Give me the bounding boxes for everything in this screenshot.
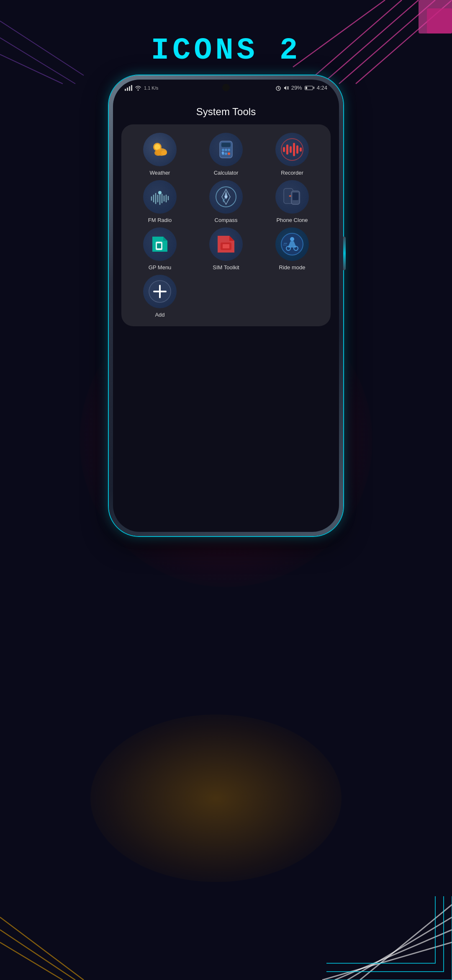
svg-point-25 — [154, 150, 162, 156]
page-title: ICONS 2 — [0, 34, 452, 68]
app-icon-weather — [143, 133, 177, 166]
app-icon-gpmenu — [143, 227, 177, 261]
svg-text:+: + — [221, 150, 224, 156]
app-icon-calculator: + — [209, 133, 243, 166]
svg-point-52 — [158, 191, 162, 194]
deco-corner-br — [326, 896, 452, 980]
app-label-ridemode: Ride mode — [279, 264, 306, 271]
svg-rect-6 — [427, 8, 452, 34]
svg-line-14 — [0, 917, 84, 980]
app-item-compass[interactable]: Compass — [194, 180, 258, 223]
app-label-recorder: Recorder — [281, 170, 303, 176]
svg-point-34 — [228, 152, 230, 155]
folder-title: System Tools — [196, 106, 256, 118]
svg-point-33 — [225, 152, 227, 155]
svg-rect-38 — [290, 146, 292, 153]
app-label-fmradio: FM Radio — [148, 217, 172, 223]
svg-rect-40 — [296, 145, 298, 154]
app-label-compass: Compass — [215, 217, 238, 223]
deco-bottom-left — [0, 875, 126, 980]
app-icon-compass — [209, 180, 243, 214]
app-grid: Weather — [128, 133, 324, 318]
app-label-gpmenu: GP Menu — [149, 264, 172, 271]
mute-icon — [284, 85, 289, 91]
app-label-simtoolkit: SIM Toolkit — [213, 264, 239, 271]
phone-outer: 1.1 K/s 29% — [109, 75, 343, 536]
svg-rect-60 — [293, 193, 298, 200]
app-item-fmradio[interactable]: FM Radio — [128, 180, 192, 223]
app-item-ridemode[interactable]: Ride mode — [260, 227, 324, 271]
wifi-icon — [135, 85, 141, 91]
svg-point-26 — [161, 150, 167, 155]
app-icon-recorder — [275, 133, 309, 166]
app-label-add: Add — [155, 312, 164, 318]
app-item-gpmenu[interactable]: GP Menu — [128, 227, 192, 271]
app-item-add[interactable]: Add — [128, 275, 192, 318]
phone-side-button[interactable] — [343, 237, 346, 270]
svg-rect-37 — [286, 144, 288, 155]
phone-wrapper: 1.1 K/s 29% — [109, 75, 343, 536]
app-item-recorder[interactable]: Recorder — [260, 133, 324, 176]
app-icon-add — [143, 275, 177, 308]
svg-point-66 — [290, 237, 294, 241]
svg-line-19 — [278, 88, 279, 89]
svg-point-31 — [228, 149, 230, 151]
svg-rect-62 — [157, 243, 161, 248]
svg-point-30 — [225, 149, 227, 151]
app-label-calculator: Calculator — [214, 170, 239, 176]
app-icon-simtoolkit — [209, 227, 243, 261]
phone-screen: 1.1 K/s 29% — [113, 80, 339, 532]
time-display: 4:24 — [317, 85, 327, 91]
svg-rect-39 — [293, 143, 295, 156]
app-item-simtoolkit[interactable]: SIM Toolkit — [194, 227, 258, 271]
svg-line-16 — [0, 942, 63, 980]
battery-icon — [305, 86, 314, 90]
svg-rect-28 — [221, 143, 231, 147]
app-icon-phoneclone — [275, 180, 309, 214]
app-label-phoneclone: Phone Clone — [276, 217, 308, 223]
app-item-calculator[interactable]: + Calculator — [194, 133, 258, 176]
battery-percent: 29% — [291, 85, 302, 91]
app-icon-ridemode — [275, 227, 309, 261]
svg-rect-36 — [283, 147, 285, 152]
folder-container: Weather — [121, 124, 331, 326]
camera-notch — [222, 84, 230, 91]
status-right: 29% 4:24 — [275, 85, 327, 91]
svg-rect-41 — [300, 147, 302, 152]
app-item-weather[interactable]: Weather — [128, 133, 192, 176]
status-left: 1.1 K/s — [125, 85, 158, 91]
svg-line-15 — [0, 930, 75, 980]
app-label-weather: Weather — [150, 170, 170, 176]
network-speed: 1.1 K/s — [144, 85, 158, 90]
screen-content: System Tools — [113, 93, 339, 330]
signal-icon — [125, 85, 132, 91]
svg-rect-64 — [223, 244, 229, 248]
alarm-icon — [275, 85, 281, 91]
bg-gradient-bottom — [90, 714, 342, 882]
app-item-phoneclone[interactable]: Phone Clone — [260, 180, 324, 223]
app-icon-fmradio — [143, 180, 177, 214]
